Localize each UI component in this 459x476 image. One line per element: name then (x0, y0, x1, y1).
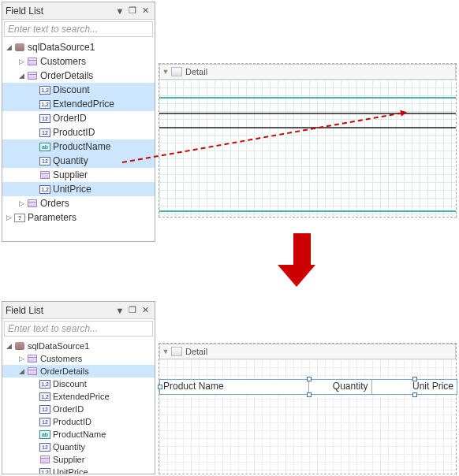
resize-handle[interactable] (158, 385, 162, 389)
expander-icon[interactable]: ◢ (4, 43, 13, 51)
separator-line (159, 113, 456, 114)
band-label: Detail (185, 67, 207, 76)
close-icon[interactable]: ✕ (139, 5, 151, 17)
node-label: ProductID (53, 127, 95, 138)
decimal-icon: 1,2 (39, 378, 51, 389)
band-icon (171, 67, 182, 76)
dropdown-icon[interactable]: ▼ (114, 304, 126, 317)
panel-title: Field List (6, 305, 114, 316)
node-label: OrderID (53, 113, 87, 124)
resize-handle[interactable] (412, 392, 417, 397)
search-input[interactable]: Enter text to search... (4, 321, 153, 337)
expander-icon[interactable]: ▷ (17, 355, 26, 363)
expander-icon[interactable]: ▷ (17, 199, 26, 207)
node-label: Quantity (53, 442, 85, 452)
tree-node-productname[interactable]: ab ProductName (2, 428, 155, 441)
window-icon[interactable]: ❐ (126, 5, 139, 17)
separator-line (159, 97, 456, 99)
node-label: Customers (40, 354, 82, 363)
band-label: Detail (185, 347, 207, 356)
chevron-down-icon[interactable]: ▼ (160, 348, 171, 355)
tree-node-productname[interactable]: ab ProductName (2, 139, 155, 154)
node-label: ExtendedPrice (53, 392, 110, 401)
param-icon: ? (13, 212, 26, 223)
field-tree: ◢ sqlDataSource1 ▷ Customers ◢ OrderDeta… (2, 338, 155, 474)
tree-node-discount[interactable]: 1,2 Discount (2, 377, 155, 390)
table-icon (26, 198, 39, 209)
node-label: Quantity (53, 155, 88, 166)
tree-node-supplier[interactable]: Supplier (2, 168, 155, 182)
resize-handle[interactable] (307, 392, 312, 397)
tree-node-parameters[interactable]: ▷ ? Parameters (2, 210, 155, 225)
decimal-icon: 1,2 (39, 467, 51, 474)
tree-node-datasource[interactable]: ◢ sqlDataSource1 (2, 40, 155, 54)
tree-node-productid[interactable]: 12 ProductID (2, 125, 155, 139)
node-label: ProductName (53, 430, 106, 439)
detail-band-header[interactable]: ▼ Detail (159, 344, 456, 359)
tree-node-orderdetails[interactable]: ◢ OrderDetails (2, 69, 155, 83)
window-icon[interactable]: ❐ (126, 304, 139, 317)
tree-node-customers[interactable]: ▷ Customers (2, 352, 155, 365)
close-icon[interactable]: ✕ (139, 304, 151, 317)
tree-node-productid[interactable]: 12 ProductID (2, 415, 155, 428)
expander-icon[interactable]: ◢ (4, 342, 13, 350)
int-icon: 12 (39, 155, 51, 166)
table-icon (26, 56, 39, 67)
tree-node-orderid[interactable]: 12 OrderID (2, 111, 155, 125)
node-label: Supplier (53, 455, 84, 464)
field-list-panel-bottom: Field List ▼ ❐ ✕ Enter text to search...… (2, 301, 155, 474)
table-cell-quantity[interactable]: Quantity (309, 380, 372, 394)
tree-node-unitprice[interactable]: 1,2 UnitPrice (2, 182, 155, 196)
database-icon (13, 42, 26, 53)
detail-band-header[interactable]: ▼ Detail (159, 64, 456, 80)
table-control[interactable]: Product Name Quantity Unit Price (159, 379, 457, 395)
field-tree: ◢ sqlDataSource1 ▷ Customers ◢ OrderDeta… (2, 39, 155, 226)
tree-node-orderdetails[interactable]: ◢ OrderDetails (2, 365, 155, 377)
node-label: ProductID (53, 417, 91, 426)
resize-handle[interactable] (412, 377, 417, 381)
tree-node-extendedprice[interactable]: 1,2 ExtendedPrice (2, 97, 155, 111)
expander-icon[interactable]: ◢ (17, 367, 26, 375)
result-arrow (288, 233, 315, 287)
tree-node-extendedprice[interactable]: 1,2 ExtendedPrice (2, 390, 155, 403)
node-label: ExtendedPrice (53, 99, 114, 110)
decimal-icon: 1,2 (39, 84, 51, 95)
table-cell-productname[interactable]: Product Name (160, 380, 309, 394)
tree-node-supplier[interactable]: Supplier (2, 453, 155, 466)
tree-node-orderid[interactable]: 12 OrderID (2, 403, 155, 415)
tree-node-discount[interactable]: 1,2 Discount (2, 83, 155, 97)
int-icon: 12 (39, 416, 51, 427)
node-label: OrderDetails (40, 70, 93, 81)
table-icon (39, 169, 51, 180)
node-label: Supplier (53, 169, 88, 180)
expander-icon[interactable]: ◢ (17, 72, 26, 80)
dropdown-icon[interactable]: ▼ (114, 5, 126, 17)
tree-node-datasource[interactable]: ◢ sqlDataSource1 (2, 340, 155, 352)
panel-header: Field List ▼ ❐ ✕ (2, 2, 155, 20)
search-input[interactable]: Enter text to search... (4, 21, 153, 37)
resize-handle[interactable] (307, 377, 312, 381)
expander-icon[interactable]: ▷ (4, 214, 13, 221)
tree-node-quantity[interactable]: 12 Quantity (2, 441, 155, 453)
chevron-down-icon[interactable]: ▼ (160, 68, 171, 76)
node-label: Parameters (28, 212, 76, 223)
node-label: sqlDataSource1 (28, 341, 89, 351)
field-list-panel-top: Field List ▼ ❐ ✕ Enter text to search...… (2, 2, 155, 242)
node-label: OrderDetails (40, 366, 89, 376)
database-icon (13, 340, 26, 351)
tree-node-customers[interactable]: ▷ Customers (2, 54, 155, 69)
decimal-icon: 1,2 (39, 391, 51, 402)
design-surface-bottom[interactable]: ▼ Detail Product Name Quantity Unit Pric… (159, 343, 457, 474)
tree-node-unitprice[interactable]: 1,2 UnitPrice (2, 466, 155, 474)
node-label: sqlDataSource1 (28, 42, 95, 53)
int-icon: 12 (39, 441, 51, 452)
expander-icon[interactable]: ▷ (17, 58, 26, 65)
decimal-icon: 1,2 (39, 184, 51, 195)
node-label: Customers (40, 56, 86, 67)
table-icon (26, 366, 39, 377)
tree-node-orders[interactable]: ▷ Orders (2, 196, 155, 210)
node-label: Discount (53, 84, 90, 95)
node-label: Orders (40, 198, 69, 209)
design-surface-top[interactable]: ▼ Detail (159, 63, 457, 218)
separator-line (159, 210, 456, 212)
